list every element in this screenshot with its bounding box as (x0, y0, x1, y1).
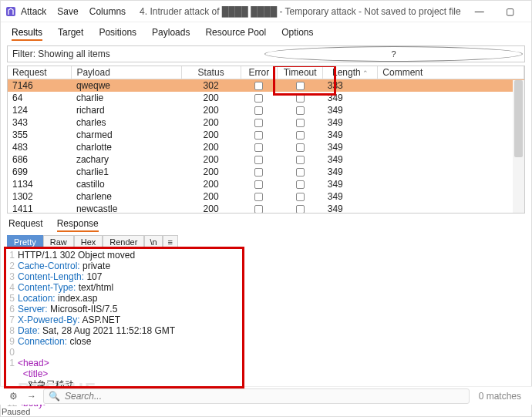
col-status[interactable]: Status (181, 66, 241, 79)
code-line: <title> (7, 368, 525, 379)
timeout-checkbox (296, 193, 305, 201)
match-count: 0 matches (474, 391, 526, 402)
code-line: 3Content-Length: 107 (7, 271, 525, 282)
respview-menu[interactable]: ≡ (163, 235, 178, 248)
table-row[interactable]: 686zachary200349 (8, 153, 524, 166)
status-bar: ⚙ → 🔍 0 matches (0, 386, 532, 405)
window-title: 4. Intruder attack of ████ ████ - Tempor… (140, 6, 461, 17)
tab-results[interactable]: Results (12, 25, 42, 41)
response-view-buttons: PrettyRawHexRender\n≡ (1, 232, 531, 248)
code-line: 2Cache-Control: private (7, 261, 525, 271)
app-icon (5, 5, 16, 18)
table-row[interactable]: 64charlie200349 (8, 92, 524, 104)
paused-label: Paused (2, 407, 30, 416)
col-request[interactable]: Request (8, 66, 72, 79)
table-row[interactable]: 699charlie1200349 (8, 166, 524, 178)
response-code[interactable]: 1HTTP/1.1 302 Object moved2Cache-Control… (7, 248, 525, 387)
table-row[interactable]: 1411newcastle200349 (8, 203, 524, 214)
tab-positions[interactable]: Positions (99, 25, 136, 41)
table-row[interactable]: 1134castillo200349 (8, 178, 524, 190)
error-checkbox (254, 106, 263, 115)
error-checkbox (254, 131, 263, 140)
search-icon: 🔍 (49, 391, 60, 402)
table-row[interactable]: 1302charlene200349 (8, 190, 524, 203)
respview-pretty[interactable]: Pretty (7, 235, 43, 248)
tab-options[interactable]: Options (281, 25, 313, 41)
subtab-request[interactable]: Request (8, 218, 43, 232)
filter-text: Filter: Showing all items (8, 49, 264, 59)
code-line: 8Date: Sat, 28 Aug 2021 11:52:18 GMT (7, 325, 525, 336)
table-row[interactable]: 7146qweqwe302333 (8, 79, 524, 92)
code-line: 5Location: index.asp (7, 293, 525, 304)
code-line: 1HTTP/1.1 302 Object moved (7, 250, 525, 261)
col-length[interactable]: Length⌃ (323, 66, 378, 79)
error-checkbox (254, 119, 263, 127)
settings-gear-icon[interactable]: ⚙ (6, 389, 20, 403)
table-row[interactable]: 343charles200349 (8, 116, 524, 129)
search-input[interactable] (65, 391, 464, 402)
timeout-checkbox (296, 180, 305, 189)
timeout-checkbox (296, 119, 305, 127)
error-checkbox (254, 94, 263, 103)
error-checkbox (254, 168, 263, 177)
error-checkbox (254, 193, 263, 201)
code-line: 4Content-Type: text/html (7, 282, 525, 293)
code-line: 0 (7, 347, 525, 358)
col-comment[interactable]: Comment (378, 66, 524, 79)
grid-scrollbar[interactable] (513, 80, 524, 213)
menu-save[interactable]: Save (57, 6, 78, 17)
close-button[interactable]: ✕ (527, 3, 532, 20)
table-row[interactable]: 483charlotte200349 (8, 141, 524, 153)
code-line: 7X-Powered-By: ASP.NET (7, 314, 525, 325)
results-grid: RequestPayloadStatusErrorTimeoutLength⌃C… (7, 66, 525, 214)
code-line: 6Server: Microsoft-IIS/7.5 (7, 304, 525, 314)
grid-header-row: RequestPayloadStatusErrorTimeoutLength⌃C… (8, 66, 524, 79)
error-checkbox (254, 143, 263, 152)
timeout-checkbox (296, 168, 305, 177)
respview-newline[interactable]: \n (144, 235, 162, 248)
tab-payloads[interactable]: Payloads (152, 25, 190, 41)
menu-columns[interactable]: Columns (89, 6, 126, 17)
respview-render[interactable]: Render (103, 235, 144, 248)
timeout-checkbox (296, 205, 305, 214)
tab-resource-pool[interactable]: Resource Pool (205, 25, 266, 41)
timeout-checkbox (296, 94, 305, 103)
respview-hex[interactable]: Hex (74, 235, 103, 248)
filter-bar[interactable]: Filter: Showing all items ? (7, 45, 525, 62)
table-row[interactable]: 355charmed200349 (8, 129, 524, 141)
menu-attack[interactable]: Attack (21, 6, 46, 17)
col-error[interactable]: Error (241, 66, 277, 79)
code-line: 9Connection: close (7, 336, 525, 347)
help-icon[interactable]: ? (264, 46, 523, 62)
timeout-checkbox (296, 131, 305, 140)
respview-raw[interactable]: Raw (43, 235, 74, 248)
menu-bar: Attack Save Columns (21, 6, 126, 17)
error-checkbox (254, 156, 263, 164)
code-line: 1<head> (7, 358, 525, 368)
search-box[interactable]: 🔍 (43, 388, 470, 404)
timeout-checkbox (296, 156, 305, 164)
error-checkbox (254, 205, 263, 214)
main-tabs: ResultsTargetPositionsPayloadsResource P… (1, 22, 531, 41)
col-timeout[interactable]: Timeout (278, 66, 323, 79)
maximize-button[interactable]: ▢ (497, 3, 524, 20)
window-controls: — ▢ ✕ (466, 3, 532, 20)
response-panel: REEBUF 1HTTP/1.1 302 Object moved2Cache-… (7, 248, 525, 409)
error-checkbox (254, 82, 263, 90)
timeout-checkbox (296, 82, 305, 90)
timeout-checkbox (296, 143, 305, 152)
subtab-response[interactable]: Response (57, 218, 99, 232)
titlebar: Attack Save Columns 4. Intruder attack o… (1, 1, 531, 22)
timeout-checkbox (296, 106, 305, 115)
go-arrow-icon[interactable]: → (25, 389, 39, 403)
tab-target[interactable]: Target (58, 25, 83, 41)
col-payload[interactable]: Payload (72, 66, 181, 79)
detail-tabs: RequestResponse (1, 214, 531, 232)
error-checkbox (254, 180, 263, 189)
table-row[interactable]: 124richard200349 (8, 104, 524, 116)
minimize-button[interactable]: — (466, 3, 493, 20)
